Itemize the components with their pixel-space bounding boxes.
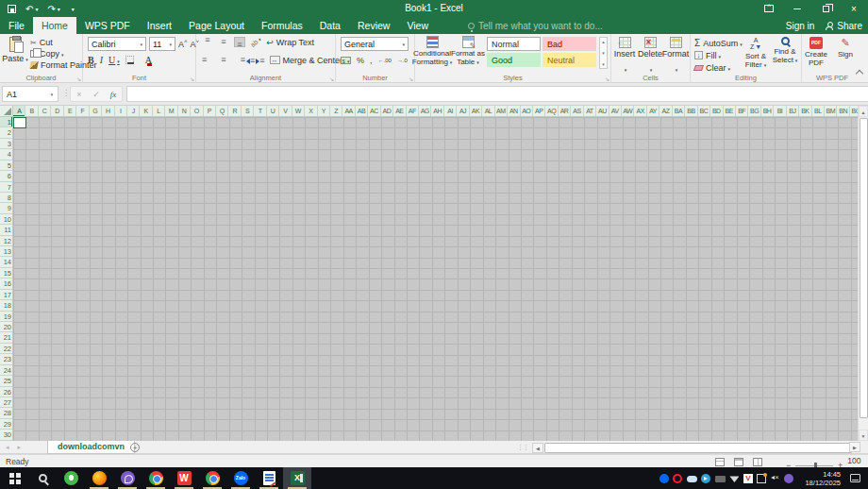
column-header-ar[interactable]: AR — [559, 106, 571, 117]
minimize-button[interactable] — [783, 0, 811, 17]
column-header-as[interactable]: AS — [571, 106, 583, 117]
orientation-button[interactable]: ab — [249, 36, 262, 48]
row-header-29[interactable]: 29 — [0, 419, 13, 430]
restore-button[interactable] — [811, 0, 840, 17]
column-header-w[interactable]: W — [292, 106, 305, 117]
column-header-g[interactable]: G — [90, 106, 102, 117]
column-header-o[interactable]: O — [191, 106, 203, 117]
taskbar-chrome-button[interactable] — [142, 467, 170, 489]
column-header-bm[interactable]: BM — [825, 106, 837, 117]
column-header-au[interactable]: AU — [596, 106, 609, 117]
page-layout-view-button[interactable] — [734, 458, 743, 466]
clear-button[interactable]: Clear — [694, 61, 743, 74]
accounting-format-button[interactable]: $ — [341, 57, 351, 64]
column-header-e[interactable]: E — [64, 106, 76, 117]
insert-function-button[interactable]: fx — [105, 90, 122, 99]
bottom-align-button[interactable]: ≡ — [234, 37, 245, 47]
sign-button[interactable]: ✎ Sign — [832, 37, 859, 59]
column-header-bb[interactable]: BB — [685, 106, 697, 117]
row-header-4[interactable]: 4 — [0, 149, 13, 160]
number-format-select[interactable]: General▾ — [341, 37, 409, 51]
enter-button[interactable]: ✓ — [88, 90, 105, 99]
action-icon[interactable] — [757, 474, 766, 483]
taskbar-windows-button[interactable] — [0, 467, 28, 489]
action-center-icon[interactable] — [850, 474, 860, 482]
row-header-3[interactable]: 3 — [0, 139, 13, 149]
taskbar-docapp-button[interactable] — [255, 467, 283, 489]
taskbar-firefox-button[interactable] — [85, 467, 113, 489]
prev-sheet-icon[interactable]: ◂ — [6, 444, 9, 451]
column-header-ai[interactable]: AI — [444, 106, 457, 117]
number-dialog-launcher[interactable]: ↘ — [409, 76, 413, 82]
column-header-v[interactable]: V — [279, 106, 292, 117]
cell-style-normal[interactable]: Normal — [487, 37, 541, 51]
tell-me-box[interactable]: Tell me what you want to do... — [468, 17, 603, 34]
collapse-ribbon-button[interactable] — [856, 68, 862, 75]
scroll-right-icon[interactable]: ▶ — [849, 442, 860, 452]
row-header-6[interactable]: 6 — [0, 171, 13, 181]
customize-qat-button[interactable]: ▾ — [70, 6, 75, 12]
delete-cells-button[interactable]: Delete — [638, 37, 662, 76]
middle-align-button[interactable]: ≡ — [218, 37, 229, 47]
column-header-aq[interactable]: AQ — [545, 106, 558, 117]
cancel-button[interactable]: × — [71, 90, 88, 99]
column-header-al[interactable]: AL — [482, 106, 494, 117]
italic-button[interactable]: I — [100, 55, 103, 65]
redo-button[interactable]: ↷▾ — [47, 4, 59, 14]
cell-style-good[interactable]: Good — [487, 53, 541, 67]
close-button[interactable]: × — [840, 0, 868, 17]
row-header-26[interactable]: 26 — [0, 387, 13, 397]
column-header-s[interactable]: S — [242, 106, 254, 117]
row-header-21[interactable]: 21 — [0, 332, 13, 343]
tab-insert[interactable]: Insert — [139, 17, 180, 34]
tab-formulas[interactable]: Formulas — [253, 17, 311, 34]
telegram-icon[interactable] — [701, 474, 710, 483]
column-header-k[interactable]: K — [140, 106, 152, 117]
horizontal-scroll-track[interactable] — [543, 443, 855, 453]
scroll-up-icon[interactable]: ▲ — [859, 106, 868, 117]
scroll-left-icon[interactable]: ◀ — [532, 443, 543, 453]
name-box[interactable]: A1 ▾ — [2, 86, 58, 102]
column-header-at[interactable]: AT — [584, 106, 596, 117]
column-header-aj[interactable]: AJ — [457, 106, 469, 117]
taskbar-wps-button[interactable]: W — [170, 467, 198, 489]
select-all-corner[interactable] — [0, 106, 13, 117]
column-header-ag[interactable]: AG — [419, 106, 431, 117]
column-header-u[interactable]: U — [267, 106, 279, 117]
viber-tray-icon[interactable] — [784, 474, 793, 483]
comma-style-button[interactable]: , — [370, 56, 373, 65]
column-header-bk[interactable]: BK — [799, 106, 811, 117]
row-header-17[interactable]: 17 — [0, 290, 13, 300]
column-header-am[interactable]: AM — [495, 106, 508, 117]
taskbar-zalo-button[interactable]: Zalo — [226, 467, 255, 489]
cells-area[interactable] — [13, 117, 858, 441]
column-header-n[interactable]: N — [178, 106, 191, 117]
column-header-ah[interactable]: AH — [431, 106, 443, 117]
top-align-button[interactable]: ≡ — [202, 37, 213, 47]
cell-style-neutral[interactable]: Neutral — [542, 53, 596, 67]
column-header-ay[interactable]: AY — [647, 106, 659, 117]
column-header-ax[interactable]: AX — [634, 106, 646, 117]
align-left-button[interactable]: ≡ — [202, 55, 213, 65]
vertical-scrollbar[interactable]: ▲ ▼ — [858, 106, 868, 441]
taskbar-excel-button[interactable]: X — [283, 467, 311, 489]
tab-split-handle[interactable]: ⋮⋮ — [517, 444, 528, 451]
column-header-t[interactable]: T — [254, 106, 266, 117]
next-sheet-icon[interactable]: ▸ — [18, 444, 22, 451]
tab-wps-pdf[interactable]: WPS PDF — [76, 17, 139, 34]
clipboard-dialog-launcher[interactable]: ↘ — [76, 76, 81, 82]
column-header-bo[interactable]: BO — [850, 106, 858, 117]
row-header-12[interactable]: 12 — [0, 236, 13, 246]
row-header-9[interactable]: 9 — [0, 203, 13, 213]
volume-muted-icon[interactable] — [771, 474, 780, 483]
format-cells-button[interactable]: Format — [663, 37, 688, 76]
tab-view[interactable]: View — [398, 17, 437, 34]
column-header-aw[interactable]: AW — [622, 106, 634, 117]
column-header-bi[interactable]: BI — [774, 106, 786, 117]
row-header-2[interactable]: 2 — [0, 127, 13, 138]
row-header-10[interactable]: 10 — [0, 214, 13, 225]
column-header-b[interactable]: B — [25, 106, 38, 117]
taskbar-viber-button[interactable] — [113, 467, 142, 489]
column-header-ae[interactable]: AE — [393, 106, 406, 117]
formula-input[interactable] — [126, 86, 868, 102]
